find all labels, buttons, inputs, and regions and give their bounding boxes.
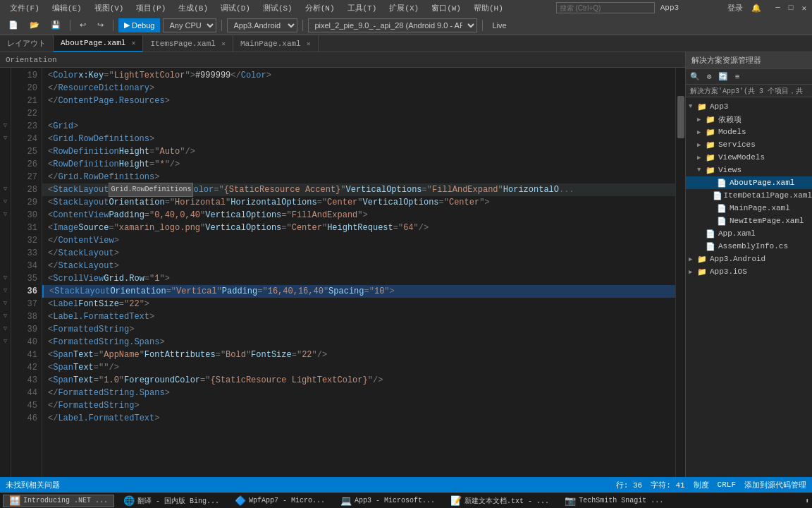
tab-mainpage-label: MainPage.xaml <box>240 40 301 48</box>
tree-node-mainpage[interactable]: 📄 MainPage.xaml <box>686 202 812 214</box>
tree-node-services[interactable]: ▶ 📁 Services <box>686 138 812 151</box>
scrollbar-thumb[interactable] <box>677 96 684 138</box>
status-column: 字符: 41 <box>651 480 684 490</box>
aboutpage-icon: 📄 <box>717 179 728 188</box>
notification-icon[interactable]: 🔔 <box>751 4 761 13</box>
fold-27 <box>0 169 11 182</box>
taskbar-item-wpf[interactable]: 🔷 WpfApp7 - Micro... <box>228 495 331 507</box>
debug-btn[interactable]: ▶ Debug <box>118 18 160 32</box>
menu-bar[interactable]: 文件(F) 编辑(E) 视图(V) 项目(P) 生成(B) 调试(D) 测试(S… <box>6 3 508 13</box>
code-line-20: </ResourceDictionary> <box>42 82 675 95</box>
linenum-24: 24 <box>16 133 37 145</box>
fold-40[interactable]: ▽ <box>0 334 11 347</box>
tree-node-assemblyinfo[interactable]: 📄 AssemblyInfo.cs <box>686 240 812 253</box>
menu-debug[interactable]: 调试(D) <box>216 3 254 13</box>
separator-1 <box>70 20 70 31</box>
tab-itemspage[interactable]: ItemsPage.xaml ✕ <box>143 35 233 52</box>
fold-24[interactable]: ▽ <box>0 131 11 144</box>
fold-30[interactable]: ▽ <box>0 207 11 220</box>
menu-file[interactable]: 文件(F) <box>6 3 44 13</box>
tree-node-viewmodels[interactable]: ▶ 📁 ViewModels <box>686 151 812 164</box>
menu-test[interactable]: 测试(S) <box>259 3 297 13</box>
menu-analyze[interactable]: 分析(N) <box>301 3 339 13</box>
tree-node-android[interactable]: ▶ 📁 App3.Android <box>686 253 812 265</box>
maximize-btn[interactable]: □ <box>789 4 794 12</box>
menu-build[interactable]: 生成(B) <box>174 3 212 13</box>
fold-28[interactable]: ▽ <box>0 182 11 195</box>
code-line-21: </ContentPage.Resources> <box>42 95 675 107</box>
fold-39[interactable]: ▽ <box>0 322 11 334</box>
tree-node-app3[interactable]: ▼ 📁 App3 <box>686 100 812 113</box>
menu-edit[interactable]: 编辑(E) <box>48 3 86 13</box>
cpu-select[interactable]: Any CPU <box>163 18 216 32</box>
panel-refresh-btn[interactable]: 🔄 <box>717 71 730 83</box>
tree-node-views[interactable]: ▼ 📁 Views <box>686 164 812 176</box>
tree-node-aboutpage[interactable]: 📄 AboutPage.xaml <box>686 176 812 189</box>
taskbar-item-snagit[interactable]: 📷 TechSmith Snagit ... <box>558 495 670 507</box>
fold-46 <box>0 411 11 423</box>
minimize-btn[interactable]: ─ <box>775 4 780 12</box>
code-line-46: </Label.FormattedText> <box>42 412 675 425</box>
menu-extend[interactable]: 扩展(X) <box>385 3 423 13</box>
menu-view[interactable]: 视图(V) <box>90 3 128 13</box>
live-btn[interactable]: Live <box>488 18 510 32</box>
fold-37[interactable]: ▽ <box>0 296 11 309</box>
tree-node-appxaml[interactable]: 📄 App.xaml <box>686 227 812 240</box>
status-position: 行: 36 <box>616 480 642 490</box>
close-btn[interactable]: ✕ <box>801 4 806 13</box>
login-btn[interactable]: 登录 <box>727 3 743 13</box>
tree-node-ios[interactable]: ▶ 📁 App3.iOS <box>686 265 812 278</box>
ios-icon: 📁 <box>697 267 708 277</box>
fold-35[interactable]: ▽ <box>0 271 11 284</box>
save-btn[interactable]: 💾 <box>47 18 65 32</box>
tab-mainpage[interactable]: MainPage.xaml ✕ <box>233 35 319 52</box>
tab-layout[interactable]: レイアウト <box>0 35 54 52</box>
status-source-control[interactable]: 添加到源代码管理 <box>744 480 806 490</box>
code-line-22 <box>42 107 675 120</box>
fold-29[interactable]: ▽ <box>0 195 11 207</box>
code-line-19: <Color x:Key="LightTextColor"> #999999 <… <box>42 69 675 82</box>
tree-label-aboutpage: AboutPage.xaml <box>730 179 794 187</box>
code-line-41: <Span Text="AppName" FontAttributes="Bol… <box>42 349 675 361</box>
tab-aboutpage[interactable]: AboutPage.xaml ✕ <box>54 35 143 52</box>
status-right: 行: 36 字符: 41 制度 CRLF 添加到源代码管理 <box>616 480 806 490</box>
tab-aboutpage-close[interactable]: ✕ <box>131 39 135 47</box>
editor-content[interactable]: ▽ ▽ ▽ ▽ ▽ ▽ ▽ ▽ ▽ ▽ ▽ <box>0 68 685 477</box>
fold-23[interactable]: ▽ <box>0 119 11 131</box>
project-select[interactable]: App3.Android <box>227 18 297 32</box>
tree-node-newitem[interactable]: 📄 NewItemPage.xaml <box>686 214 812 227</box>
taskbar-item-app3[interactable]: 💻 App3 - Microsoft... <box>334 495 441 507</box>
undo-btn[interactable]: ↩ <box>75 18 90 32</box>
search-input[interactable] <box>556 2 655 13</box>
tab-mainpage-close[interactable]: ✕ <box>307 40 311 48</box>
tab-itemspage-close[interactable]: ✕ <box>221 40 226 48</box>
taskbar-item-dotnet[interactable]: 🪟 Introducing .NET ... <box>3 495 114 507</box>
tree-node-models[interactable]: ▶ 📁 Models <box>686 126 812 138</box>
new-file-btn[interactable]: 📄 <box>4 18 23 32</box>
tree-label-itemdetail: ItemDetailPage.xaml <box>724 191 812 200</box>
solution-label: 解决方案'App3'(共 3 个项目，共 3 个) <box>690 86 808 96</box>
linenum-27: 27 <box>16 171 37 183</box>
panel-collapse-btn[interactable]: ≡ <box>731 71 744 83</box>
menu-project[interactable]: 项目(P) <box>132 3 170 13</box>
panel-search-btn[interactable]: 🔍 <box>689 71 701 83</box>
menu-help[interactable]: 帮助(H) <box>469 3 508 13</box>
main-area: Orientation ▽ ▽ ▽ ▽ ▽ ▽ <box>0 52 812 477</box>
fold-36[interactable]: ▽ <box>0 284 11 296</box>
code-line-39: <FormattedString> <box>42 323 675 336</box>
fold-21 <box>0 93 11 106</box>
vertical-scrollbar[interactable] <box>675 68 685 477</box>
tree-node-itemdetail[interactable]: 📄 ItemDetailPage.xaml <box>686 189 812 202</box>
menu-window[interactable]: 窗口(W) <box>427 3 465 13</box>
taskbar-item-bing[interactable]: 🌐 翻译 - 国内版 Bing... <box>117 495 226 507</box>
redo-btn[interactable]: ↪ <box>93 18 108 32</box>
panel-settings-btn[interactable]: ⚙ <box>703 71 715 83</box>
fold-38[interactable]: ▽ <box>0 309 11 322</box>
open-btn[interactable]: 📂 <box>25 18 44 32</box>
taskbar-app3-icon: 💻 <box>340 495 352 507</box>
tree-node-deps[interactable]: ▶ 📁 依赖项 <box>686 113 812 126</box>
menu-tools[interactable]: 工具(T) <box>343 3 381 13</box>
taskbar-item-txt[interactable]: 📝 新建文本文档.txt - ... <box>444 495 555 507</box>
code-area[interactable]: <Color x:Key="LightTextColor"> #999999 <… <box>42 68 675 477</box>
device-select[interactable]: pixel_2_pie_9.0_-_api_28 (Android 9.0 - … <box>308 18 477 32</box>
